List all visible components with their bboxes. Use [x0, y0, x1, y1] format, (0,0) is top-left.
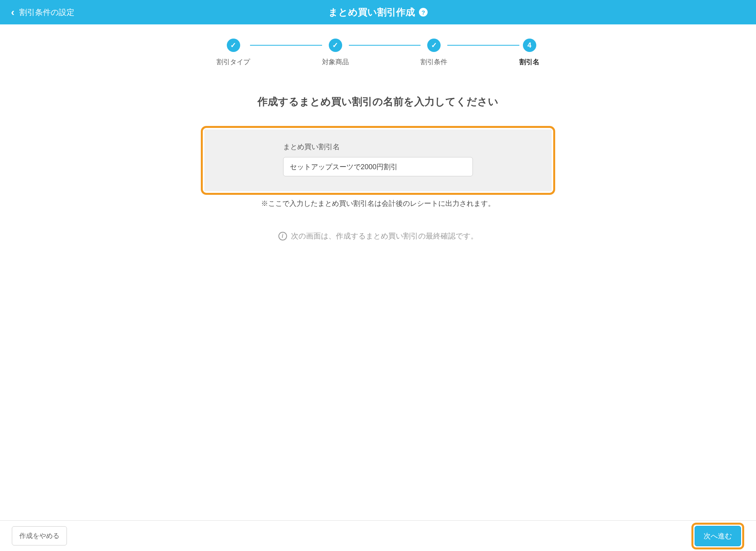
check-icon: ✓	[230, 41, 236, 50]
info-icon: i	[278, 232, 287, 240]
discount-name-input[interactable]	[283, 157, 473, 176]
step-4: 4 割引名	[519, 39, 539, 67]
step-circle-2: ✓	[329, 39, 342, 52]
back-label: 割引条件の設定	[19, 7, 74, 18]
step-circle-4: 4	[523, 39, 536, 52]
step-connector	[349, 45, 421, 46]
page-title: まとめ買い割引作成 ?	[328, 6, 428, 18]
step-connector	[447, 45, 519, 46]
info-line: i 次の画面は、作成するまとめ買い割引の最終確認です。	[0, 231, 756, 241]
check-icon: ✓	[332, 41, 338, 50]
step-2: ✓ 対象商品	[322, 39, 349, 67]
name-field-label: まとめ買い割引名	[283, 142, 473, 152]
step-label-2: 対象商品	[322, 57, 349, 67]
info-text: 次の画面は、作成するまとめ買い割引の最終確認です。	[291, 231, 478, 241]
title-text: まとめ買い割引作成	[328, 6, 415, 18]
help-icon[interactable]: ?	[419, 8, 428, 17]
step-label-1: 割引タイプ	[217, 57, 250, 67]
form-panel: まとめ買い割引名	[204, 129, 552, 191]
step-connector	[250, 45, 322, 46]
step-circle-3: ✓	[427, 39, 441, 52]
step-1: ✓ 割引タイプ	[217, 39, 250, 67]
step-3: ✓ 割引条件	[421, 39, 447, 67]
note-text: ※ここで入力したまとめ買い割引名は会計後のレシートに出力されます。	[0, 199, 756, 208]
back-button[interactable]: ‹ 割引条件の設定	[11, 7, 74, 18]
check-icon: ✓	[431, 41, 437, 50]
step-label-4: 割引名	[519, 57, 539, 67]
step-label-3: 割引条件	[421, 57, 447, 67]
step-indicator: ✓ 割引タイプ ✓ 対象商品 ✓ 割引条件 4 割引名	[201, 39, 555, 67]
form-highlight-box: まとめ買い割引名	[201, 126, 555, 195]
main-heading: 作成するまとめ買い割引の名前を入力してください	[0, 95, 756, 109]
chevron-left-icon: ‹	[11, 7, 15, 17]
step-circle-1: ✓	[227, 39, 240, 52]
app-header: ‹ 割引条件の設定 まとめ買い割引作成 ?	[0, 0, 756, 24]
